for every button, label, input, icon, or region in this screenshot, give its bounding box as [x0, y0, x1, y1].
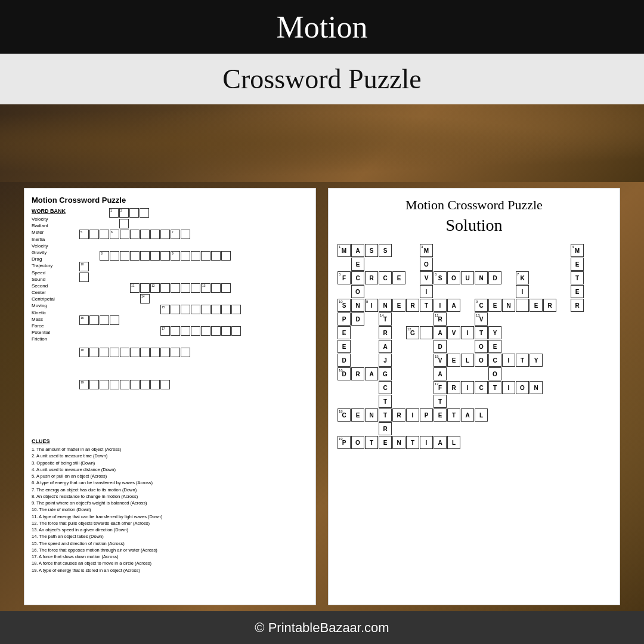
clue-4: 4. A unit used to measure distance (Down…	[32, 466, 308, 473]
clue-3: 3. Opposite of being still (Down)	[32, 460, 308, 466]
crossword-layout: WORD BANK Velocity Radiant Meter Inertia…	[32, 208, 308, 435]
clue-1: 1. The amount of matter in an object (Ac…	[32, 446, 308, 453]
left-card-title: Motion Crossword Puzzle	[32, 196, 308, 205]
word-item: Inertia	[32, 236, 73, 243]
clue-2: 2. A unit used to measure time (Down)	[32, 453, 308, 459]
word-item: Mass	[32, 316, 73, 323]
word-bank-column: WORD BANK Velocity Radiant Meter Inertia…	[32, 208, 73, 435]
word-item: Speed	[32, 270, 73, 276]
clue-15: 15. The speed and direction of motion (A…	[32, 540, 308, 547]
clue-10: 10. The rate of motion (Down)	[32, 506, 308, 513]
clue-8: 8. An object's resistance to change in m…	[32, 493, 308, 500]
word-item: Second	[32, 283, 73, 289]
clue-19: 19. A type of energy that is stored in a…	[32, 567, 308, 574]
crossword-grid: 1 2 5 6	[79, 208, 294, 435]
clue-14: 14. The path an object takes (Down)	[32, 533, 308, 540]
word-item: Potential	[32, 329, 73, 336]
word-item: Radiant	[32, 222, 73, 229]
word-item: Drag	[32, 256, 73, 262]
puzzle-card: Motion Crossword Puzzle WORD BANK Veloci…	[24, 188, 316, 605]
clue-18: 18. A force that causes an object to mov…	[32, 560, 308, 566]
main-content: Motion Crossword Puzzle WORD BANK Veloci…	[0, 182, 644, 611]
clue-16: 16. The force that opposes motion throug…	[32, 547, 308, 553]
clue-12: 12. The force that pulls objects towards…	[32, 520, 308, 527]
word-item: Meter	[32, 229, 73, 236]
bottom-bar: © PrintableBazaar.com	[0, 611, 644, 644]
clue-7: 7. The energy an object has due to its m…	[32, 487, 308, 493]
clues-section: CLUES 1. The amount of matter in an obje…	[32, 438, 308, 574]
word-item: Gravity	[32, 249, 73, 256]
clue-13: 13. An object's speed in a given directi…	[32, 527, 308, 533]
clue-11: 11. A type of energy that can be transfe…	[32, 513, 308, 520]
clue-5: 5. A push or pull on an object (Across)	[32, 473, 308, 479]
word-item: Centripetal	[32, 296, 73, 302]
word-item: Trajectory	[32, 262, 73, 269]
clue-17: 17. A force that slows down motion (Acro…	[32, 553, 308, 560]
word-item: Center	[32, 289, 73, 296]
crossword-subtitle: Crossword Puzzle	[222, 63, 421, 95]
word-bank-list: Velocity Radiant Meter Inertia Velocity …	[32, 216, 73, 343]
word-item: Velocity	[32, 216, 73, 222]
solution-card-title: Motion Crossword Puzzle	[338, 197, 611, 213]
word-item: Force	[32, 323, 73, 329]
clue-6: 6. A type of energy that can be transfer…	[32, 479, 308, 486]
page-title: Motion	[276, 10, 367, 45]
word-bank-label: WORD BANK	[32, 208, 73, 214]
grid-column: 1 2 5 6	[79, 208, 308, 435]
word-item: Sound	[32, 276, 73, 283]
word-item: Velocity	[32, 243, 73, 249]
solution-grid: 1M A S S E C O N D 3M O V I N	[338, 244, 611, 578]
word-item: Friction	[32, 336, 73, 342]
background-image-area	[0, 104, 644, 182]
solution-card: Motion Crossword Puzzle Solution 1M A S …	[328, 188, 620, 605]
solution-label: Solution	[338, 216, 611, 235]
clues-label: CLUES	[32, 438, 308, 444]
clue-9: 9. The point where an object's weight is…	[32, 500, 308, 506]
copyright-text: © PrintableBazaar.com	[255, 620, 389, 636]
word-item: Moving	[32, 302, 73, 309]
title-area: Crossword Puzzle	[0, 54, 644, 104]
top-bar: Motion	[0, 0, 644, 54]
word-item: Kinetic	[32, 309, 73, 316]
